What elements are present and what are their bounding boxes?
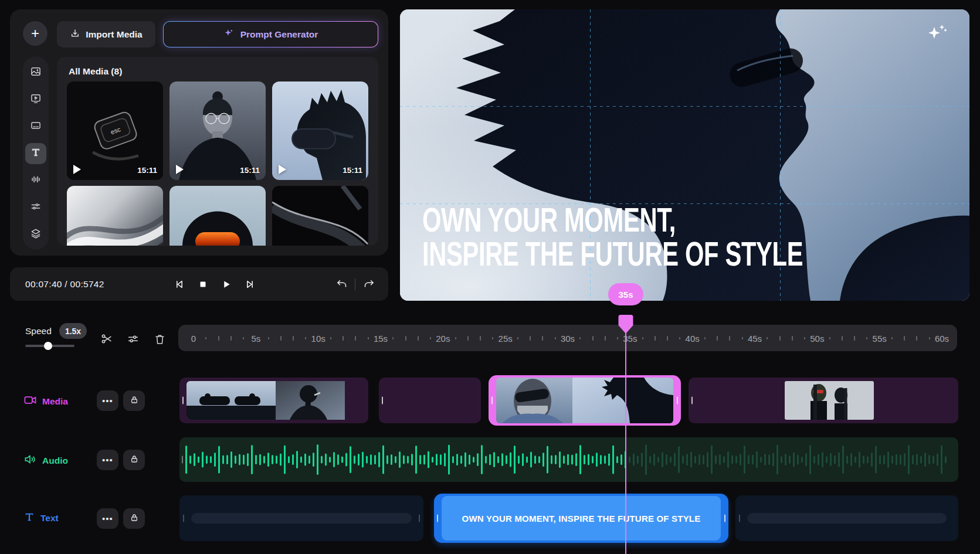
media-item-vr-headset[interactable]: 15:11 [272,81,368,180]
import-media-button[interactable]: Import Media [57,21,155,47]
text-tool-icon [30,147,42,161]
magic-sparkle-icon[interactable] [926,22,948,45]
audio-clip[interactable] [179,437,958,482]
waveform-bar [604,456,606,464]
adjust-button[interactable] [126,332,140,346]
vr-headset-thumbnail [272,81,368,180]
playhead-time-badge[interactable]: 35s [608,283,643,305]
waveform-bar [263,456,265,464]
media-clip-2[interactable] [379,378,481,423]
waveform-bar [793,453,795,467]
ruler-tick [268,337,269,339]
ruler-tick [779,336,781,341]
text-clip-1[interactable] [179,495,423,541]
audio-tab[interactable] [25,170,46,191]
layers-tab[interactable] [25,224,46,245]
media-item-dark-chrome[interactable] [272,186,368,246]
waveform-bar [374,455,376,464]
play-icon[interactable] [73,165,81,174]
trim-handle-left[interactable] [491,397,493,405]
redo-button[interactable] [362,278,375,291]
ruler-tick [717,336,718,341]
ruler-label-15s: 15s [374,333,388,343]
split-button[interactable] [100,332,114,346]
audio-track-lock-button[interactable] [123,450,145,470]
waveform-bar [867,456,869,463]
media-track-menu-button[interactable]: ••• [97,390,118,411]
text-track-menu-button[interactable]: ••• [97,508,118,529]
media-item-portrait[interactable]: 15:11 [169,81,266,180]
waveform-bar [456,454,458,465]
trim-handle[interactable] [691,397,693,405]
trim-handle[interactable] [739,515,740,522]
waveform-bar [555,455,557,464]
trim-handle-right[interactable] [677,397,678,405]
ruler-tick [542,336,543,341]
media-clip-1[interactable] [179,378,368,423]
waveform-bar [288,456,290,463]
trim-handle-left[interactable] [437,515,438,522]
media-track-lock-button[interactable] [123,390,145,411]
skip-forward-button[interactable] [243,278,256,291]
media-item-helmet[interactable] [169,186,266,246]
text-tab[interactable] [25,143,46,164]
trim-handle[interactable] [183,515,184,522]
prompt-generator-button[interactable]: Prompt Generator [163,21,378,47]
waveform-bar [559,451,561,468]
play-icon[interactable] [176,165,184,174]
add-button[interactable]: + [23,21,48,46]
adjust-tab[interactable] [25,197,46,218]
speed-slider-thumb[interactable] [44,342,52,350]
playhead-handle[interactable] [618,314,633,337]
waveform-bar [818,454,819,465]
waveform-bar [448,445,450,475]
text-clip-2-active[interactable]: OWN YOUR MOMENT, INSPIRE THE FUTURE OF S… [434,494,728,543]
media-item-esc-key[interactable]: esc 15:11 [67,81,163,180]
media-clip-3-selected[interactable] [489,375,681,426]
waveform-bar [321,456,323,464]
play-icon[interactable] [279,165,286,174]
trim-handle[interactable] [419,515,420,522]
waveform-bar [235,456,236,464]
waveform-bar [571,455,573,465]
trim-handle[interactable] [382,397,383,405]
skip-back-button[interactable] [173,278,186,291]
playhead-line[interactable] [625,327,626,554]
waveform-bar [633,454,635,466]
waveform-bar [756,451,758,468]
waveform-bar [707,452,708,467]
video-tab[interactable] [25,89,46,110]
waveform-bar [781,456,782,463]
undo-button[interactable] [335,278,348,291]
audio-track-menu-button[interactable]: ••• [97,450,118,470]
captions-tab[interactable] [25,116,46,137]
waveform-bar [744,446,745,474]
waveform-bar [464,453,466,467]
waveform-bar [415,446,417,474]
text-clip-3[interactable] [735,495,958,541]
waveform-bar [579,445,581,474]
media-library-tab[interactable] [25,62,46,83]
chrome-liquid-thumbnail [67,186,163,246]
timeline-ruler[interactable]: 05s10s15s20s25s30s35s40s45s50s55s60s [178,325,957,351]
media-item-chrome-liquid[interactable] [67,186,163,246]
speed-slider[interactable] [25,345,74,347]
waveform-bar [493,452,495,467]
ruler-tick [430,337,431,339]
video-preview[interactable]: OWN YOUR MOMENT, INSPIRE THE FUTURE OF S… [400,9,969,301]
stop-button[interactable] [196,278,209,291]
speed-value-badge: 1.5x [59,323,87,339]
media-clip-4[interactable] [689,378,958,423]
delete-button[interactable] [152,332,167,346]
text-track-lock-button[interactable] [123,508,145,529]
play-button[interactable] [220,278,233,291]
ruler-tick [480,336,481,341]
media-grid: esc 15:11 [67,81,368,246]
waveform-bar [620,454,622,465]
waveform-bar [863,456,864,464]
waveform-bar [567,454,569,465]
trim-handle-right[interactable] [724,515,725,522]
trim-handle[interactable] [182,397,184,405]
ruler-tick [842,336,843,341]
text-track-header: Text [23,511,59,525]
